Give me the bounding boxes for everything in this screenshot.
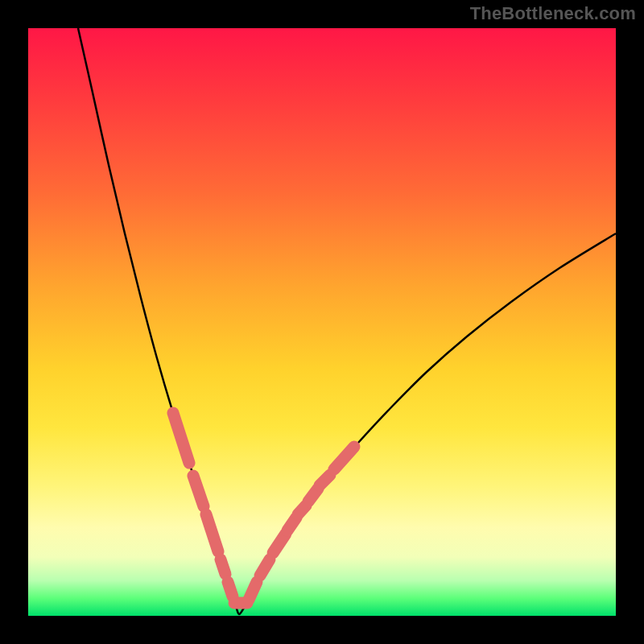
plot-area [28,28,616,616]
chart-svg [28,28,616,616]
marker-segment [298,506,306,514]
curve-path [78,28,616,614]
marker-segment [273,534,286,553]
watermark-text: TheBottleneck.com [470,3,636,24]
marker-segment [173,413,189,463]
marker-segment [221,559,225,574]
marker-segment [249,582,257,600]
marker-segment [320,475,330,485]
highlight-markers [173,413,354,603]
marker-segment [228,582,233,597]
chart-frame: TheBottleneck.com [0,0,644,644]
marker-segment [334,447,354,469]
marker-segment [193,476,204,506]
bottleneck-curve [78,28,616,614]
marker-segment [260,559,270,576]
marker-segment [206,514,218,551]
